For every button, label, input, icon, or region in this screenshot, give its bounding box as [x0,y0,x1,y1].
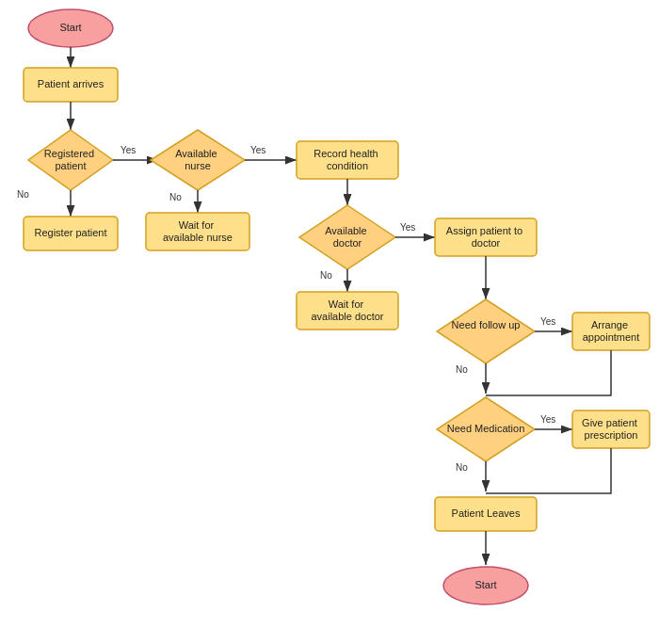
yes-rp: Yes [121,145,136,155]
no-an: No [169,192,182,202]
need-medication-label: Need Medication [447,423,525,434]
yes-an: Yes [250,145,265,155]
need-followup-label: Need follow up [452,319,521,330]
line-prescription-to-pl [486,448,611,493]
no-nf: No [456,364,468,375]
flowchart-diagram: Start Patient arrives Registered patient… [0,0,659,644]
register-patient-label: Register patient [34,227,106,238]
start-label: Start [59,22,81,33]
patient-arrives-label: Patient arrives [38,78,104,89]
yes-nm: Yes [540,414,555,425]
yes-ad: Yes [400,222,415,233]
no-nm: No [456,462,468,473]
no-rp: No [17,189,29,200]
give-prescription-label: Give patient prescription [582,417,640,441]
end-label: Start [474,579,496,590]
no-ad: No [320,270,332,281]
yes-nf: Yes [540,316,555,327]
line-arrange-to-nm [486,350,611,395]
patient-leaves-label: Patient Leaves [452,507,521,519]
need-followup-diamond [437,299,535,363]
